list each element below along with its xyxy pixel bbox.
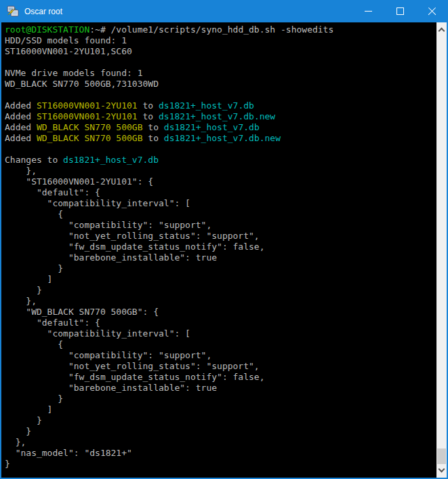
minimize-button[interactable] — [352, 0, 384, 22]
chevron-down-icon — [439, 466, 445, 473]
scroll-up-button[interactable] — [436, 24, 447, 35]
scrollbar-thumb[interactable] — [437, 448, 446, 464]
terminal-line: }, — [5, 166, 436, 176]
putty-icon — [7, 5, 19, 18]
terminal-line: "compatibility_interval": [ — [5, 198, 436, 209]
terminal-line: root@DISKSTATION:~# /volume1/scripts/syn… — [5, 24, 436, 35]
terminal-line: } — [5, 415, 436, 426]
scrollbar[interactable] — [436, 22, 447, 478]
terminal-line: ] — [5, 274, 436, 285]
titlebar[interactable]: Oscar root — [0, 0, 448, 22]
terminal-line: "default": { — [5, 318, 436, 328]
window-title: Oscar root — [24, 7, 352, 16]
terminal-screen[interactable]: root@DISKSTATION:~# /volume1/scripts/syn… — [1, 22, 436, 478]
window-controls — [352, 0, 448, 22]
terminal-line: "compatibility": "support", — [5, 350, 436, 361]
terminal-line: "nas_model": "ds1821+" — [5, 448, 436, 459]
terminal-line: ST16000VN001-2YU101,SC60 — [5, 46, 436, 57]
terminal-line: HDD/SSD models found: 1 — [5, 35, 436, 46]
scroll-down-button[interactable] — [436, 465, 447, 476]
terminal-line: }, — [5, 437, 436, 448]
terminal-line: "WD_BLACK SN770 500GB": { — [5, 307, 436, 318]
terminal-line: } — [5, 459, 436, 470]
terminal-line: WD_BLACK SN770 500GB,731030WD — [5, 79, 436, 90]
terminal-line: } — [5, 285, 436, 296]
terminal-line: } — [5, 263, 436, 274]
terminal-line: "not_yet_rolling_status": "support", — [5, 361, 436, 372]
terminal-line: Changes to ds1821+_host_v7.db — [5, 155, 436, 166]
terminal-line: "fw_dsm_update_status_notify": false, — [5, 372, 436, 383]
chevron-up-icon — [439, 28, 445, 35]
terminal-line: Added WD_BLACK SN770 500GB to ds1821+_ho… — [5, 122, 436, 133]
terminal-line — [5, 144, 436, 155]
terminal-line: }, — [5, 296, 436, 307]
terminal-line: Added ST16000VN001-2YU101 to ds1821+_hos… — [5, 100, 436, 111]
terminal-line: "barebone_installable": true — [5, 252, 436, 263]
terminal-line: "not_yet_rolling_status": "support", — [5, 231, 436, 242]
terminal-line: "barebone_installable": true — [5, 383, 436, 394]
terminal-line: "fw_dsm_update_status_notify": false, — [5, 242, 436, 252]
terminal-line: { — [5, 209, 436, 220]
close-icon — [428, 7, 436, 16]
terminal-line: } — [5, 426, 436, 437]
terminal-line: "compatibility": "support", — [5, 220, 436, 231]
terminal-line: NVMe drive models found: 1 — [5, 68, 436, 79]
terminal-line: "ST16000VN001-2YU101": { — [5, 176, 436, 187]
terminal-line: "default": { — [5, 187, 436, 198]
terminal-line: { — [5, 339, 436, 350]
terminal-line: Added WD_BLACK SN770 500GB to ds1821+_ho… — [5, 133, 436, 144]
terminal-line: } — [5, 394, 436, 404]
maximize-icon — [396, 7, 404, 15]
terminal-line — [5, 57, 436, 68]
terminal-line: Added ST16000VN001-2YU101 to ds1821+_hos… — [5, 111, 436, 122]
close-button[interactable] — [416, 0, 448, 22]
putty-window: Oscar root root@DISKSTATION:~# /volume1/… — [0, 0, 448, 479]
terminal-line: ] — [5, 404, 436, 415]
maximize-button[interactable] — [384, 0, 416, 22]
terminal-line: "compatibility_interval": [ — [5, 328, 436, 339]
minimize-icon — [365, 11, 372, 12]
terminal-line — [5, 90, 436, 100]
